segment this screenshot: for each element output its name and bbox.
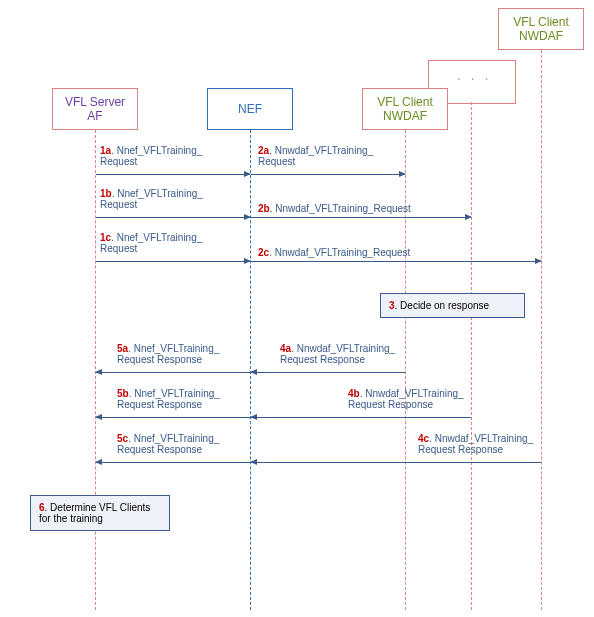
arrow-1c — [96, 261, 250, 262]
arrow-1b — [96, 217, 250, 218]
step-1c: 1c — [100, 232, 111, 243]
msg-4b-label: 4b. Nnwdaf_VFLTraining_ Request Response — [348, 388, 503, 410]
msg-1a-label: 1a. Nnef_VFLTraining_ Request — [100, 145, 255, 167]
ellipsis-dots: . . . — [457, 67, 491, 83]
msg-2b-label: 2b. Nnwdaf_VFLTraining_Request — [258, 203, 458, 214]
step-5a: 5a — [117, 343, 128, 354]
msg-1c-text: . Nnef_VFLTraining_ Request — [100, 232, 202, 254]
msg-2a-label: 2a. Nnwdaf_VFLTraining_ Request — [258, 145, 413, 167]
msg-1b-text: . Nnef_VFLTraining_ Request — [100, 188, 203, 210]
arrow-5a — [96, 372, 250, 373]
lifeline-vfl-client-1 — [405, 130, 407, 610]
msg-2c-label: 2c. Nnwdaf_VFLTraining_Request — [258, 247, 458, 258]
step-4a: 4a — [280, 343, 291, 354]
msg-5a-text: . Nnef_VFLTraining_ Request Response — [117, 343, 219, 365]
note-determine-clients: 6. Determine VFL Clients for the trainin… — [30, 495, 170, 531]
step-4c: 4c — [418, 433, 429, 444]
arrow-5b — [96, 417, 250, 418]
msg-5c-label: 5c. Nnef_VFLTraining_ Request Response — [117, 433, 272, 455]
arrow-1a — [96, 174, 250, 175]
arrow-4c — [251, 462, 541, 463]
note-decide-response: 3. Decide on response — [380, 293, 525, 318]
step-2a: 2a — [258, 145, 269, 156]
step-5b: 5b — [117, 388, 129, 399]
step-2c: 2c — [258, 247, 269, 258]
sequence-diagram: VFL Client NWDAF . . . VFL Server AF NEF… — [0, 0, 594, 617]
msg-5b-label: 5b. Nnef_VFLTraining_ Request Response — [117, 388, 272, 410]
arrow-2a — [251, 174, 405, 175]
arrow-4b — [251, 417, 471, 418]
msg-4b-text: . Nnwdaf_VFLTraining_ Request Response — [348, 388, 464, 410]
step-5c: 5c — [117, 433, 128, 444]
arrow-4a — [251, 372, 405, 373]
arrow-2b — [251, 217, 471, 218]
lifeline-vfl-client-n — [541, 50, 543, 610]
step-2b: 2b — [258, 203, 270, 214]
step-1a: 1a — [100, 145, 111, 156]
actor-nef: NEF — [207, 88, 293, 130]
msg-1a-text: . Nnef_VFLTraining_ Request — [100, 145, 202, 167]
msg-5c-text: . Nnef_VFLTraining_ Request Response — [117, 433, 219, 455]
msg-4a-label: 4a. Nnwdaf_VFLTraining_ Request Response — [280, 343, 435, 365]
actor-vfl-server-af: VFL Server AF — [52, 88, 138, 130]
lifeline-vfl-client-mid — [471, 102, 473, 610]
msg-5b-text: . Nnef_VFLTraining_ Request Response — [117, 388, 220, 410]
actor-vfl-client-nwdaf: VFL Client NWDAF — [362, 88, 448, 130]
step-4b: 4b — [348, 388, 360, 399]
msg-4a-text: . Nnwdaf_VFLTraining_ Request Response — [280, 343, 395, 365]
msg-2c-text: . Nnwdaf_VFLTraining_Request — [269, 247, 410, 258]
msg-2a-text: . Nnwdaf_VFLTraining_ Request — [258, 145, 373, 167]
msg-2b-text: . Nnwdaf_VFLTraining_Request — [270, 203, 411, 214]
msg-4c-label: 4c. Nnwdaf_VFLTraining_ Request Response — [418, 433, 573, 455]
msg-1b-label: 1b. Nnef_VFLTraining_ Request — [100, 188, 255, 210]
arrow-2c — [251, 261, 541, 262]
msg-5a-label: 5a. Nnef_VFLTraining_ Request Response — [117, 343, 272, 365]
arrow-5c — [96, 462, 250, 463]
actor-vfl-client-nwdaf-top: VFL Client NWDAF — [498, 8, 584, 50]
msg-4c-text: . Nnwdaf_VFLTraining_ Request Response — [418, 433, 533, 455]
note-6-text: . Determine VFL Clients for the training — [39, 502, 150, 524]
step-1b: 1b — [100, 188, 112, 199]
note-3-text: . Decide on response — [395, 300, 490, 311]
msg-1c-label: 1c. Nnef_VFLTraining_ Request — [100, 232, 255, 254]
